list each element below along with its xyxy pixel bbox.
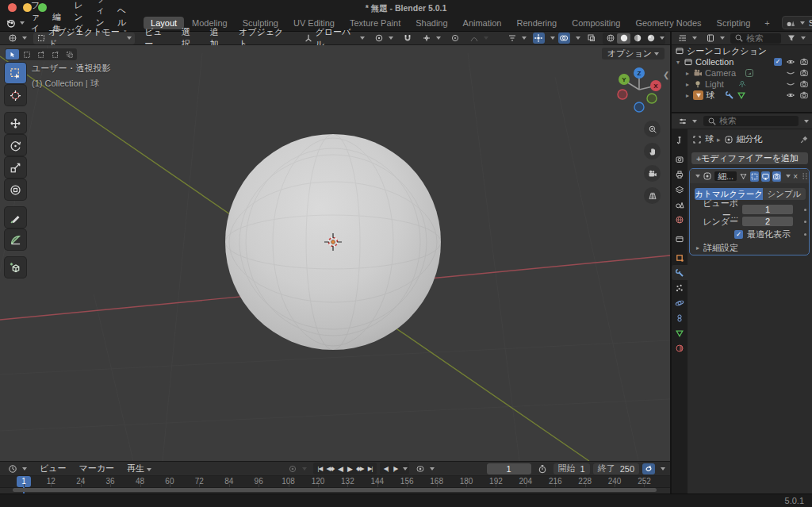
zoom-view-button[interactable] — [644, 121, 661, 137]
shading-dropdown[interactable] — [660, 36, 665, 40]
timeline-scrollbar[interactable] — [13, 488, 657, 492]
timeline-menu-2[interactable]: 再生 — [121, 461, 158, 476]
gizmo-dropdown[interactable] — [550, 36, 555, 40]
gizmo-minus-z-handle[interactable] — [634, 102, 644, 112]
viewport-levels-field[interactable]: 1 — [742, 205, 793, 214]
add-workspace-button[interactable]: + — [757, 17, 776, 29]
collection-checkbox[interactable]: ✓ — [774, 58, 782, 66]
optimal-display-checkbox[interactable]: ✓ — [734, 230, 743, 239]
scene-selector[interactable]: Scene × — [782, 16, 812, 29]
next-keyframe-button[interactable]: ◆▶ — [354, 463, 366, 474]
outliner-row-sphere[interactable]: ▸ 球 — [672, 90, 812, 101]
jump-to-end-button[interactable]: ▶| — [366, 463, 375, 474]
properties-search-input[interactable]: 検索 — [703, 116, 799, 126]
tool-move[interactable] — [5, 113, 26, 133]
snap-toggle[interactable] — [400, 33, 416, 44]
eye-open-icon[interactable] — [786, 57, 795, 67]
outliner-search-input[interactable]: 検索 — [730, 33, 781, 44]
editor-type-button[interactable] — [5, 33, 30, 44]
jump-to-start-button[interactable]: |◀ — [315, 463, 324, 474]
workspace-tab-animation[interactable]: Animation — [456, 17, 509, 29]
properties-tab-modifiers[interactable] — [672, 265, 688, 280]
expand-icon[interactable]: ▸ — [684, 81, 691, 88]
properties-tab-world[interactable] — [672, 212, 688, 227]
frame-start-field[interactable]: 開始 1 — [553, 463, 590, 474]
edit-mode-toggle[interactable] — [750, 171, 759, 182]
select-box-extend-button[interactable] — [34, 49, 48, 60]
animate-dot[interactable] — [804, 209, 806, 211]
eye-closed-icon[interactable] — [786, 79, 795, 89]
properties-tab-scene[interactable] — [672, 197, 688, 212]
add-modifier-button[interactable]: + モディファイアーを追加 — [691, 152, 808, 164]
gizmo-minus-y-handle[interactable] — [647, 94, 657, 103]
breadcrumb-object[interactable]: 球 — [705, 133, 714, 145]
realtime-toggle[interactable] — [761, 171, 770, 182]
shading-material-button[interactable] — [630, 33, 644, 44]
navigation-gizmo[interactable]: Z X Y — [616, 67, 662, 113]
select-box-intersect-button[interactable] — [63, 49, 76, 60]
select-box-new-button[interactable] — [20, 49, 33, 60]
delete-modifier-button[interactable]: × — [793, 172, 798, 181]
play-reverse-button[interactable]: ◀ — [335, 463, 345, 474]
properties-tab-view-layer[interactable] — [672, 182, 688, 197]
pan-view-button[interactable] — [644, 143, 661, 159]
camera-view-button[interactable] — [644, 165, 661, 182]
perspective-toggle-button[interactable] — [644, 187, 661, 204]
workspace-tab-compositing[interactable]: Compositing — [565, 17, 627, 29]
prev-keyframe-button[interactable]: ◀◆ — [324, 463, 335, 474]
playback-sync-toggle[interactable] — [642, 463, 655, 474]
properties-tab-physics[interactable] — [672, 295, 688, 310]
workspace-tab-scripting[interactable]: Scripting — [710, 17, 758, 29]
workspace-tab-geometry-nodes[interactable]: Geometry Nodes — [628, 17, 708, 29]
outliner-row-scene-collection[interactable]: シーンコレクション — [672, 45, 812, 56]
scene-name[interactable]: Scene — [807, 18, 812, 28]
auto-keying-toggle[interactable] — [285, 463, 310, 474]
tool-add-cube[interactable] — [5, 257, 26, 278]
properties-editor-type-button[interactable] — [675, 115, 700, 127]
use-preview-range-toggle[interactable] — [534, 463, 550, 474]
eye-open-icon[interactable] — [786, 90, 795, 100]
viewport-canvas[interactable]: オプション ユーザー・透視投影 (1) Collection | 球 Z X Y — [0, 45, 670, 461]
pin-icon[interactable] — [799, 135, 809, 144]
overlays-dropdown[interactable] — [576, 36, 580, 40]
properties-options-dropdown[interactable] — [804, 120, 809, 123]
expand-icon[interactable]: ▸ — [684, 92, 691, 99]
snap-target-dropdown[interactable] — [419, 33, 444, 44]
tool-scale[interactable] — [5, 157, 26, 178]
frame-end-field[interactable]: 終了 250 — [593, 463, 639, 474]
tool-rotate[interactable] — [5, 135, 26, 156]
subsurf-modifier-icon[interactable] — [737, 90, 746, 100]
timeline-ruler[interactable]: 1122436486072849610812013214415616818019… — [0, 476, 670, 488]
properties-tab-render[interactable] — [672, 152, 688, 167]
select-tweak-button[interactable] — [6, 49, 19, 60]
outliner-display-mode-dropdown[interactable] — [703, 33, 728, 44]
step-forward-button[interactable]: |▶ — [391, 463, 400, 474]
sync-dropdown[interactable] — [661, 467, 665, 471]
simple-button[interactable]: シンプル — [763, 188, 806, 200]
timeline-menu-0[interactable]: ビュー — [33, 461, 73, 476]
advanced-subpanel-header[interactable]: ▸ 詳細設定 — [696, 242, 738, 254]
gizmo-minus-x-handle[interactable] — [618, 90, 627, 99]
expand-icon[interactable]: ▾ — [675, 59, 681, 66]
modifier-panel-header[interactable]: 細... × — [690, 169, 809, 183]
render-visibility-icon[interactable] — [799, 79, 809, 89]
outliner-row-collection[interactable]: ▾ Collection ✓ — [672, 56, 812, 67]
sidebar-collapse-arrow[interactable]: ❮ — [663, 71, 669, 79]
transform-orientation-dropdown[interactable]: グローバル — [301, 33, 369, 44]
animate-dot[interactable] — [804, 233, 806, 236]
render-visibility-icon[interactable] — [799, 68, 809, 78]
outliner-filter-dropdown[interactable] — [783, 33, 809, 44]
mode-dropdown[interactable]: オブジェクトモード — [33, 33, 135, 44]
eye-closed-icon[interactable] — [786, 68, 795, 78]
modifier-extras-dropdown[interactable] — [786, 175, 791, 178]
tool-cursor[interactable] — [5, 85, 26, 106]
shading-wireframe-button[interactable] — [603, 33, 617, 44]
render-visibility-icon[interactable] — [799, 57, 809, 67]
tool-annotate[interactable] — [5, 207, 26, 228]
properties-tab-tool[interactable] — [672, 133, 688, 148]
on-cage-toggle[interactable] — [739, 171, 748, 182]
blender-logo-icon[interactable] — [6, 18, 16, 28]
proportional-editing-toggle[interactable] — [447, 33, 463, 44]
object-visibility-dropdown[interactable] — [504, 33, 530, 44]
breadcrumb-modifier[interactable]: 細分化 — [737, 133, 763, 145]
